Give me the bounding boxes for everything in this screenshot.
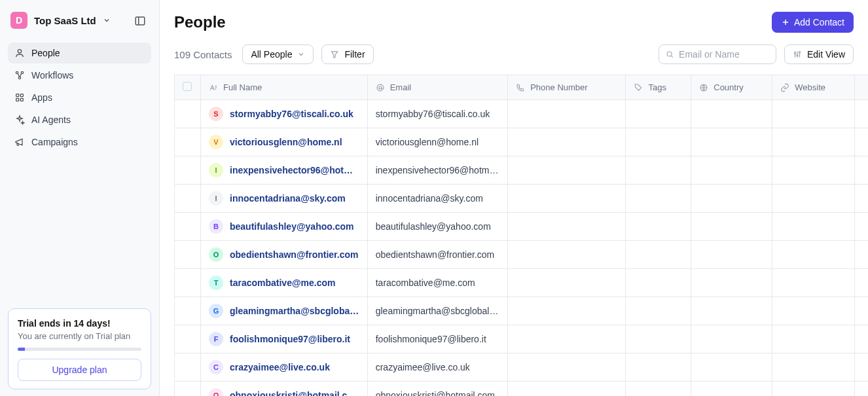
row-checkbox[interactable]: [175, 382, 201, 397]
row-phone-cell[interactable]: [508, 128, 626, 156]
search-input[interactable]: [679, 49, 769, 60]
table-row[interactable]: S stormyabby76@tiscali.co.uk stormyabby7…: [175, 100, 869, 128]
row-extra-cell[interactable]: [855, 325, 869, 353]
row-tags-cell[interactable]: [626, 128, 691, 156]
row-checkbox[interactable]: [175, 353, 201, 382]
row-phone-cell[interactable]: [508, 213, 626, 241]
sidebar-item-ai-agents[interactable]: AI Agents: [8, 109, 151, 130]
row-extra-cell[interactable]: [855, 128, 869, 156]
row-name-cell[interactable]: O obnoxiouskristi@hotmail.com: [201, 382, 368, 397]
row-extra-cell[interactable]: [855, 100, 869, 128]
row-tags-cell[interactable]: [626, 213, 691, 241]
table-row[interactable]: V victoriousglenn@home.nl victoriousglen…: [175, 128, 869, 156]
table-row[interactable]: C crazyaimee@live.co.uk crazyaimee@live.…: [175, 353, 869, 382]
row-tags-cell[interactable]: [626, 297, 691, 325]
row-tags-cell[interactable]: [626, 382, 691, 397]
row-phone-cell[interactable]: [508, 241, 626, 269]
row-email-cell[interactable]: crazyaimee@live.co.uk: [367, 353, 507, 382]
column-checkbox[interactable]: [175, 75, 201, 100]
sidebar-item-people[interactable]: People: [8, 43, 151, 63]
sidebar-item-workflows[interactable]: Workflows: [8, 65, 151, 86]
row-website-cell[interactable]: [772, 297, 855, 325]
table-row[interactable]: T taracombative@me.com taracombative@me.…: [175, 269, 869, 297]
row-email-cell[interactable]: obnoxiouskristi@hotmail.com: [367, 382, 507, 397]
row-tags-cell[interactable]: [626, 325, 691, 353]
table-row[interactable]: I inexpensivehector96@hotmail.it inexpen…: [175, 156, 869, 185]
row-website-cell[interactable]: [772, 382, 855, 397]
row-phone-cell[interactable]: [508, 382, 626, 397]
row-email-cell[interactable]: victoriousglenn@home.nl: [367, 128, 507, 156]
row-country-cell[interactable]: [691, 128, 772, 156]
row-website-cell[interactable]: [772, 325, 855, 353]
table-row[interactable]: O obnoxiouskristi@hotmail.com obnoxiousk…: [175, 382, 869, 397]
row-tags-cell[interactable]: [626, 241, 691, 269]
row-checkbox[interactable]: [175, 241, 201, 269]
row-country-cell[interactable]: [691, 213, 772, 241]
search-input-wrapper[interactable]: [659, 45, 776, 64]
row-extra-cell[interactable]: [855, 241, 869, 269]
row-website-cell[interactable]: [772, 156, 855, 185]
row-checkbox[interactable]: [175, 269, 201, 297]
row-email-cell[interactable]: inexpensivehector96@hotmail.it: [367, 156, 507, 185]
row-name-cell[interactable]: O obedientshawn@frontier.com: [201, 241, 368, 269]
row-website-cell[interactable]: [772, 241, 855, 269]
row-email-cell[interactable]: foolishmonique97@libero.it: [367, 325, 507, 353]
row-email-cell[interactable]: obedientshawn@frontier.com: [367, 241, 507, 269]
row-country-cell[interactable]: [691, 325, 772, 353]
column-tags[interactable]: Tags: [626, 75, 691, 100]
row-email-cell[interactable]: innocentadriana@sky.com: [367, 185, 507, 213]
table-row[interactable]: O obedientshawn@frontier.com obedientsha…: [175, 241, 869, 269]
row-tags-cell[interactable]: [626, 353, 691, 382]
row-checkbox[interactable]: [175, 185, 201, 213]
row-name-cell[interactable]: B beautifulashley@yahoo.com: [201, 213, 368, 241]
row-website-cell[interactable]: [772, 185, 855, 213]
row-extra-cell[interactable]: [855, 353, 869, 382]
row-phone-cell[interactable]: [508, 297, 626, 325]
row-website-cell[interactable]: [772, 353, 855, 382]
column-full-name[interactable]: Full Name: [201, 75, 368, 100]
upgrade-plan-button[interactable]: Upgrade plan: [18, 359, 141, 381]
row-country-cell[interactable]: [691, 241, 772, 269]
table-row[interactable]: B beautifulashley@yahoo.com beautifulash…: [175, 213, 869, 241]
table-row[interactable]: F foolishmonique97@libero.it foolishmoni…: [175, 325, 869, 353]
row-name-cell[interactable]: G gleamingmartha@sbcglobal.net: [201, 297, 368, 325]
row-website-cell[interactable]: [772, 269, 855, 297]
row-name-cell[interactable]: T taracombative@me.com: [201, 269, 368, 297]
sidebar-item-apps[interactable]: Apps: [8, 87, 151, 108]
edit-view-button[interactable]: Edit View: [784, 45, 854, 64]
row-email-cell[interactable]: taracombative@me.com: [367, 269, 507, 297]
row-checkbox[interactable]: [175, 297, 201, 325]
filter-button[interactable]: Filter: [321, 45, 373, 64]
row-country-cell[interactable]: [691, 269, 772, 297]
row-country-cell[interactable]: [691, 353, 772, 382]
row-email-cell[interactable]: beautifulashley@yahoo.com: [367, 213, 507, 241]
row-name-cell[interactable]: V victoriousglenn@home.nl: [201, 128, 368, 156]
row-country-cell[interactable]: [691, 156, 772, 185]
row-checkbox[interactable]: [175, 325, 201, 353]
row-phone-cell[interactable]: [508, 185, 626, 213]
column-email[interactable]: Email: [367, 75, 507, 100]
row-name-cell[interactable]: I innocentadriana@sky.com: [201, 185, 368, 213]
row-extra-cell[interactable]: [855, 185, 869, 213]
column-website[interactable]: Website: [772, 75, 855, 100]
add-contact-button[interactable]: Add Contact: [772, 12, 854, 33]
row-website-cell[interactable]: [772, 128, 855, 156]
row-tags-cell[interactable]: [626, 156, 691, 185]
row-name-cell[interactable]: S stormyabby76@tiscali.co.uk: [201, 100, 368, 128]
row-extra-cell[interactable]: [855, 213, 869, 241]
row-email-cell[interactable]: stormyabby76@tiscali.co.uk: [367, 100, 507, 128]
row-phone-cell[interactable]: [508, 325, 626, 353]
row-extra-cell[interactable]: [855, 269, 869, 297]
row-name-cell[interactable]: I inexpensivehector96@hotmail.it: [201, 156, 368, 185]
sidebar-collapse-icon[interactable]: [132, 12, 149, 29]
row-website-cell[interactable]: [772, 213, 855, 241]
row-email-cell[interactable]: gleamingmartha@sbcglobal.net: [367, 297, 507, 325]
row-tags-cell[interactable]: [626, 100, 691, 128]
row-name-cell[interactable]: C crazyaimee@live.co.uk: [201, 353, 368, 382]
row-extra-cell[interactable]: [855, 382, 869, 397]
table-row[interactable]: G gleamingmartha@sbcglobal.net gleamingm…: [175, 297, 869, 325]
row-checkbox[interactable]: [175, 213, 201, 241]
row-checkbox[interactable]: [175, 100, 201, 128]
column-phone[interactable]: Phone Number: [508, 75, 626, 100]
row-name-cell[interactable]: F foolishmonique97@libero.it: [201, 325, 368, 353]
